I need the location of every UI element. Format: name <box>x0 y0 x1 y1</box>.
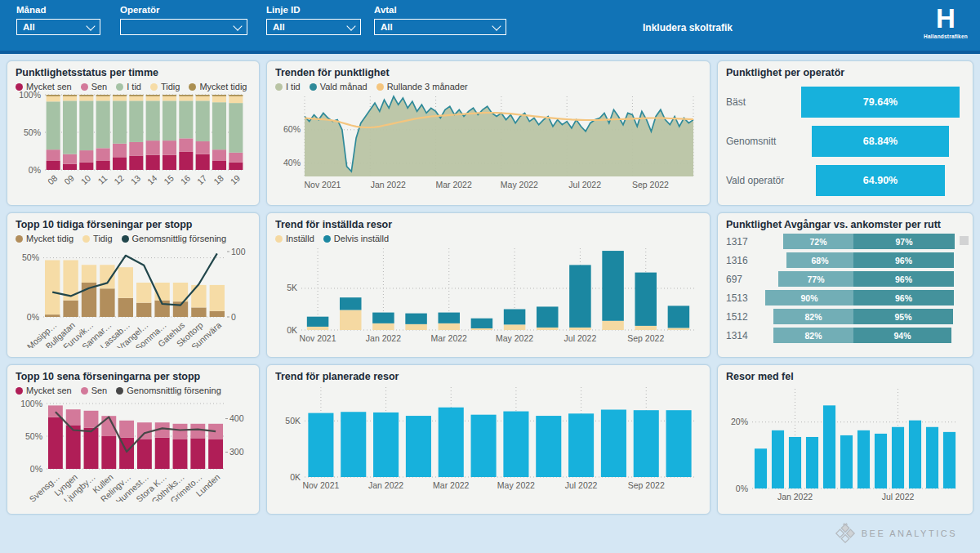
legend-item[interactable]: Mycket tidig <box>189 82 247 91</box>
bar-segment[interactable] <box>113 96 127 101</box>
bar-segment[interactable] <box>806 437 818 488</box>
bar-segment[interactable] <box>229 153 243 163</box>
legend-item[interactable]: Tidig <box>82 234 112 243</box>
bar-segment[interactable] <box>536 416 561 477</box>
bar-segment[interactable] <box>179 95 193 96</box>
bar-segment[interactable] <box>772 430 784 488</box>
on-time-area[interactable] <box>305 96 693 176</box>
bar-segment[interactable] <box>840 435 853 488</box>
bar-segment[interactable] <box>136 283 151 303</box>
bar-segment[interactable] <box>196 96 210 101</box>
scrollbar-thumb[interactable] <box>960 236 969 245</box>
bar-segment[interactable] <box>471 415 497 477</box>
bar-segment[interactable] <box>84 411 99 428</box>
arrivals-bar[interactable]: 95% <box>853 309 953 324</box>
filter-linje-dropdown[interactable]: All <box>266 19 361 35</box>
bar-segment[interactable] <box>45 260 60 314</box>
departures-bar[interactable]: 68% <box>786 252 853 268</box>
bar-segment[interactable] <box>47 96 60 101</box>
bar-segment[interactable] <box>47 95 60 96</box>
legend-item[interactable]: Genomsnittlig försening <box>116 386 221 395</box>
bar-segment[interactable] <box>503 412 528 477</box>
bar-segment[interactable] <box>196 95 210 96</box>
bar-segment[interactable] <box>875 434 887 488</box>
bar-segment[interactable] <box>48 417 63 469</box>
bar-segment[interactable] <box>136 303 151 317</box>
bar-segment[interactable] <box>229 95 243 96</box>
legend-item[interactable]: Mycket sen <box>16 386 72 395</box>
bar-segment[interactable] <box>858 430 870 488</box>
bar-segment[interactable] <box>909 421 921 488</box>
bar-segment[interactable] <box>789 437 801 488</box>
filter-operator-dropdown[interactable] <box>120 19 247 35</box>
bar-segment[interactable] <box>537 306 559 328</box>
bar-segment[interactable] <box>66 409 81 425</box>
funnel-bar[interactable]: 68.84% <box>812 126 949 157</box>
bar-segment[interactable] <box>179 152 193 170</box>
bar-segment[interactable] <box>82 265 96 283</box>
bar-segment[interactable] <box>79 96 93 101</box>
bar-segment[interactable] <box>179 100 193 138</box>
arrivals-bar[interactable]: 96% <box>853 290 954 305</box>
bar-segment[interactable] <box>113 95 127 96</box>
bar-segment[interactable] <box>163 155 176 170</box>
bar-segment[interactable] <box>63 95 77 96</box>
bar-segment[interactable] <box>146 95 160 96</box>
bar-segment[interactable] <box>668 328 690 330</box>
bar-segment[interactable] <box>113 144 127 158</box>
bar-segment[interactable] <box>96 95 110 96</box>
bar-segment[interactable] <box>635 326 657 330</box>
bar-segment[interactable] <box>666 410 692 477</box>
bar-segment[interactable] <box>119 421 134 438</box>
bar-segment[interactable] <box>504 324 526 330</box>
bar-segment[interactable] <box>63 154 77 164</box>
bar-segment[interactable] <box>129 142 143 156</box>
bar-segment[interactable] <box>137 439 152 469</box>
bar-segment[interactable] <box>48 405 63 417</box>
bar-segment[interactable] <box>84 428 99 469</box>
bar-segment[interactable] <box>229 96 243 103</box>
bar-segment[interactable] <box>190 438 205 469</box>
bar-segment[interactable] <box>191 307 206 317</box>
arrivals-bar[interactable]: 97% <box>853 234 955 249</box>
legend-item[interactable]: Tidig <box>150 82 180 91</box>
bar-segment[interactable] <box>341 412 366 477</box>
bar-segment[interactable] <box>373 413 399 477</box>
bar-segment[interactable] <box>196 141 210 154</box>
bar-segment[interactable] <box>504 309 526 324</box>
bar-segment[interactable] <box>79 100 93 150</box>
bar-segment[interactable] <box>340 297 362 310</box>
include-school-traffic-toggle[interactable]: Inkludera skoltrafik <box>643 22 733 33</box>
bar-segment[interactable] <box>210 311 225 317</box>
bar-segment[interactable] <box>926 427 938 488</box>
bar-segment[interactable] <box>79 150 93 163</box>
bar-segment[interactable] <box>129 95 143 96</box>
bar-segment[interactable] <box>569 265 591 328</box>
bar-segment[interactable] <box>45 314 60 317</box>
departures-bar[interactable]: 72% <box>783 234 853 249</box>
bar-segment[interactable] <box>163 140 176 154</box>
bar-segment[interactable] <box>79 95 93 96</box>
legend-item[interactable]: Sen <box>81 386 108 395</box>
bar-segment[interactable] <box>943 432 956 488</box>
departures-bar[interactable]: 77% <box>778 271 853 287</box>
departures-bar[interactable]: 82% <box>773 309 853 324</box>
bar-segment[interactable] <box>146 155 160 170</box>
bar-segment[interactable] <box>96 100 110 148</box>
bar-segment[interactable] <box>212 161 226 170</box>
bar-segment[interactable] <box>146 96 160 101</box>
bar-segment[interactable] <box>635 273 657 326</box>
funnel-bar[interactable]: 79.64% <box>801 87 960 118</box>
bar-segment[interactable] <box>438 323 460 330</box>
bar-segment[interactable] <box>113 100 127 143</box>
bar-segment[interactable] <box>190 424 205 439</box>
bar-segment[interactable] <box>471 328 493 330</box>
bar-segment[interactable] <box>66 425 81 469</box>
legend-item[interactable]: I tid <box>116 82 141 91</box>
bar-segment[interactable] <box>372 323 394 330</box>
bar-segment[interactable] <box>146 140 160 154</box>
bar-segment[interactable] <box>405 324 427 330</box>
bar-segment[interactable] <box>372 313 394 323</box>
bar-segment[interactable] <box>307 327 329 330</box>
legend-item[interactable]: Mycket tidig <box>16 234 74 243</box>
